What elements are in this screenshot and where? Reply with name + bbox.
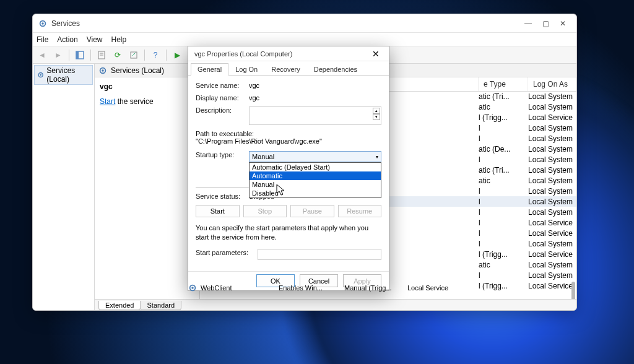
tab-standard[interactable]: Standard (140, 301, 181, 310)
export-icon[interactable] (127, 48, 141, 62)
tree-item-services-local[interactable]: Services (Local) (34, 65, 93, 85)
label-display-name: Display name: (196, 94, 249, 102)
label-start-params: Start parameters: (196, 249, 258, 260)
note-text: You can specify the start parameters tha… (196, 223, 381, 241)
svg-rect-3 (76, 51, 79, 59)
startup-type-combo[interactable]: Manual ▾ Automatic (Delayed Start)Automa… (249, 151, 381, 162)
label-service-name: Service name: (196, 82, 249, 89)
value-path: "C:\Program Files\Riot Vanguard\vgc.exe" (196, 137, 381, 145)
properties-icon[interactable] (95, 48, 108, 62)
start-button[interactable]: Start (196, 205, 240, 217)
scrollbar-thumb[interactable] (571, 282, 575, 299)
stop-button[interactable]: Stop (243, 205, 287, 217)
minimize-button[interactable]: — (519, 17, 537, 30)
webclient-name: WebClient (201, 284, 275, 292)
gear-icon (37, 71, 44, 79)
chevron-down-icon: ▾ (376, 154, 378, 160)
bottom-tabs: Extended Standard (95, 299, 576, 310)
menu-file[interactable]: File (37, 35, 48, 44)
description-box[interactable]: ▴▾ (249, 106, 381, 125)
combo-value: Manual (252, 153, 274, 160)
tab-recovery[interactable]: Recovery (264, 63, 306, 76)
label-path: Path to executable: (196, 130, 381, 137)
gear-icon (188, 284, 197, 292)
tab-extended[interactable]: Extended (98, 301, 141, 310)
detail-header-label: Services (Local) (111, 66, 164, 75)
dialog-titlebar[interactable]: vgc Properties (Local Computer) ✕ (188, 46, 389, 61)
selected-service-name: vgc (100, 82, 194, 91)
back-button[interactable]: ◄ (35, 48, 49, 62)
webclient-row[interactable]: WebClient Enables Win... Manual (Trigg..… (188, 284, 448, 292)
refresh-icon[interactable]: ⟳ (111, 48, 124, 62)
spin-down-icon[interactable]: ▾ (373, 114, 380, 120)
tab-dependencies[interactable]: Dependencies (307, 63, 364, 76)
tab-general[interactable]: General (191, 63, 228, 76)
dropdown-option[interactable]: Automatic (Delayed Start) (250, 163, 381, 171)
help-icon[interactable]: ? (149, 48, 162, 62)
tree-panel: Services (Local) (33, 64, 95, 310)
gear-icon (38, 19, 48, 28)
value-display-name: vgc (249, 94, 381, 102)
menu-action[interactable]: Action (57, 35, 77, 44)
forward-button[interactable]: ► (51, 48, 65, 62)
dropdown-option[interactable]: Automatic (250, 171, 381, 180)
svg-point-11 (102, 69, 104, 72)
show-hide-icon[interactable] (73, 48, 87, 62)
window-title: Services (51, 19, 519, 28)
svg-rect-7 (131, 52, 137, 58)
menu-help[interactable]: Help (111, 35, 127, 44)
resume-button[interactable]: Resume (338, 205, 382, 217)
maximize-button[interactable]: ▢ (537, 17, 554, 30)
start-params-input[interactable] (258, 249, 381, 260)
col-logon[interactable]: Log On As (528, 77, 576, 91)
dialog-tabs: General Log On Recovery Dependencies (188, 61, 389, 76)
label-description: Description: (196, 106, 249, 125)
properties-dialog: vgc Properties (Local Computer) ✕ Genera… (188, 46, 389, 291)
play-icon[interactable]: ▶ (170, 48, 184, 62)
webclient-startup: Manual (Trigg... (344, 284, 404, 292)
detail-left-pane: vgc Start the service (95, 77, 200, 299)
svg-point-13 (191, 287, 194, 289)
start-service-link[interactable]: Start (100, 97, 115, 106)
dropdown-option[interactable]: Manual (250, 180, 381, 189)
label-startup-type: Startup type: (196, 151, 249, 162)
tab-logon[interactable]: Log On (228, 63, 264, 76)
dialog-close-button[interactable]: ✕ (369, 47, 383, 61)
webclient-desc: Enables Win... (279, 284, 341, 292)
start-service-suffix: the service (115, 97, 153, 106)
webclient-logon: Local Service (407, 284, 448, 292)
label-service-status: Service status: (196, 193, 249, 200)
col-startup[interactable]: e Type (479, 77, 528, 91)
close-button[interactable]: ✕ (554, 17, 571, 30)
svg-point-9 (40, 74, 41, 76)
titlebar[interactable]: Services — ▢ ✕ (33, 14, 576, 33)
menubar: File Action View Help (33, 33, 576, 46)
tree-item-label: Services (Local) (46, 66, 90, 84)
pause-button[interactable]: Pause (290, 205, 334, 217)
dialog-title: vgc Properties (Local Computer) (194, 50, 369, 58)
dropdown-option[interactable]: Disabled (250, 189, 381, 197)
svg-point-1 (41, 22, 44, 25)
value-service-name: vgc (249, 82, 381, 89)
menu-view[interactable]: View (87, 35, 103, 44)
spin-up-icon[interactable]: ▴ (373, 108, 380, 114)
startup-type-dropdown[interactable]: Automatic (Delayed Start)AutomaticManual… (249, 162, 381, 198)
gear-icon (98, 66, 107, 75)
